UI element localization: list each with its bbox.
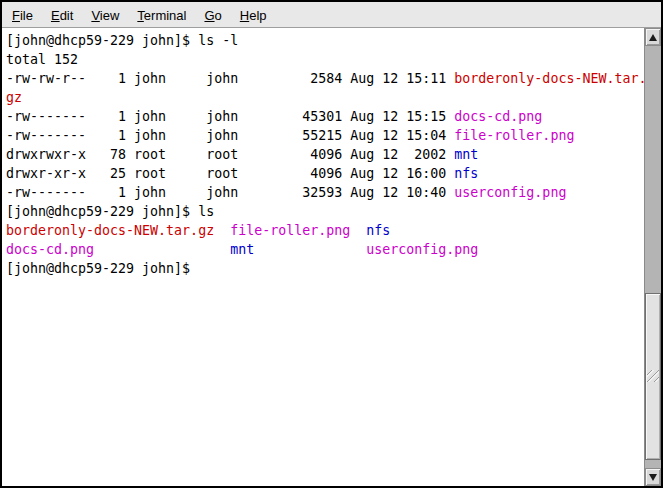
terminal-line: borderonly-docs-NEW.tar.gz file-roller.p… [6,221,644,240]
terminal-text-segment: gz [6,90,22,105]
menu-bar: FileEditViewTerminalGoHelp [2,2,661,28]
scroll-down-button[interactable] [645,468,661,486]
terminal-text-segment: userconfig.png [366,242,478,257]
terminal-line: drwxrwxr-x 78 root root 4096 Aug 12 2002… [6,145,644,164]
terminal-text-segment: nfs [366,223,390,238]
terminal-text-segment: file-roller.png [230,223,350,238]
terminal-text-segment: [john@dhcp59-229 john]$ ls -l [6,33,238,48]
terminal-line: [john@dhcp59-229 john]$ [6,259,644,278]
terminal-line: -rw------- 1 john john 32593 Aug 12 10:4… [6,183,644,202]
terminal-output[interactable]: [john@dhcp59-229 john]$ ls -ltotal 152-r… [2,28,644,486]
terminal-text-segment: [john@dhcp59-229 john]$ [6,261,198,276]
terminal-window: FileEditViewTerminalGoHelp [john@dhcp59-… [0,0,663,488]
terminal-text-segment: total 152 [6,52,78,67]
terminal-text-segment: mnt [230,242,254,257]
terminal-text-segment: -rw------- 1 john john 32593 Aug 12 10:4… [6,185,454,200]
terminal-text-segment: nfs [454,166,478,181]
terminal-text-segment: drwxrwxr-x 78 root root 4096 Aug 12 2002 [6,147,454,162]
terminal-line: docs-cd.png mnt userconfig.png [6,240,644,259]
terminal-text-segment [94,242,230,257]
terminal-text-segment [350,223,366,238]
terminal-line: drwxr-xr-x 25 root root 4096 Aug 12 16:0… [6,164,644,183]
terminal-text-segment [214,223,230,238]
scrollbar [644,28,661,486]
terminal-line: [john@dhcp59-229 john]$ ls -l [6,31,644,50]
terminal-text-segment: userconfig.png [454,185,566,200]
menu-item-file[interactable]: File [3,4,42,26]
terminal-text-segment: -rw------- 1 john john 45301 Aug 12 15:1… [6,109,454,124]
menu-item-edit[interactable]: Edit [42,4,82,26]
terminal-text-segment: drwxr-xr-x 25 root root 4096 Aug 12 16:0… [6,166,454,181]
terminal-text-segment [254,242,366,257]
scroll-up-button[interactable] [645,28,661,46]
terminal-line: [john@dhcp59-229 john]$ ls [6,202,644,221]
grip-icon [647,370,659,382]
menu-item-view[interactable]: View [82,4,128,26]
terminal-text-segment: mnt [454,147,478,162]
terminal-content: [john@dhcp59-229 john]$ ls -ltotal 152-r… [2,28,661,486]
terminal-line: total 152 [6,50,644,69]
scrollbar-thumb[interactable] [645,293,661,460]
terminal-text-segment: borderonly-docs-NEW.tar.gz [6,223,214,238]
menu-item-help[interactable]: Help [231,4,276,26]
terminal-line: -rw------- 1 john john 55215 Aug 12 15:0… [6,126,644,145]
terminal-text-segment: docs-cd.png [6,242,94,257]
terminal-text-segment: [john@dhcp59-229 john]$ ls [6,204,214,219]
terminal-text-segment: file-roller.png [454,128,574,143]
terminal-text-segment: docs-cd.png [454,109,542,124]
terminal-text-segment: -rw------- 1 john john 55215 Aug 12 15:0… [6,128,454,143]
terminal-line: -rw-rw-r-- 1 john john 2584 Aug 12 15:11… [6,69,644,88]
menu-item-terminal[interactable]: Terminal [128,4,195,26]
terminal-line: gz [6,88,644,107]
terminal-line: -rw------- 1 john john 45301 Aug 12 15:1… [6,107,644,126]
terminal-text-segment: borderonly-docs-NEW.tar. [454,71,644,86]
scroll-up-icon [649,34,657,41]
scrollbar-track[interactable] [645,46,661,468]
menu-item-go[interactable]: Go [195,4,230,26]
scroll-down-icon [649,474,657,481]
terminal-text-segment: -rw-rw-r-- 1 john john 2584 Aug 12 15:11 [6,71,454,86]
